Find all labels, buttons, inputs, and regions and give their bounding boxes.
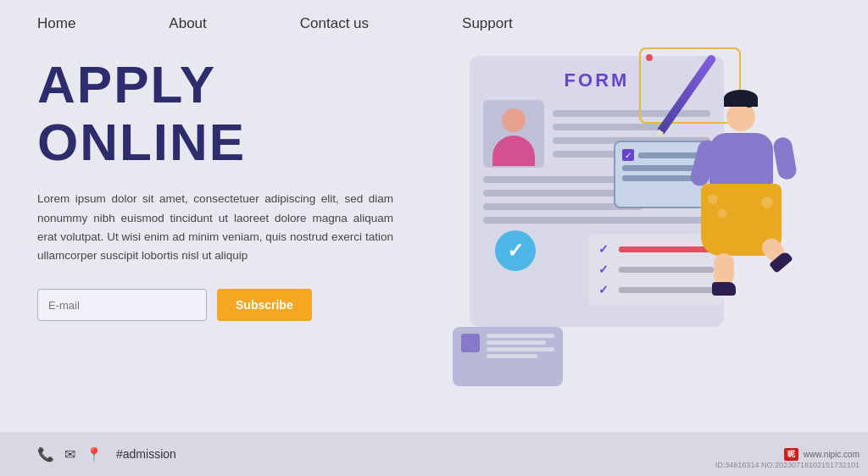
mini-lines xyxy=(487,334,554,358)
nav-support[interactable]: Support xyxy=(462,15,513,32)
arm-right xyxy=(771,136,797,180)
check-line xyxy=(619,267,714,273)
person-figure xyxy=(682,90,800,256)
footer-hashtag: #admission xyxy=(116,447,176,461)
leg-left xyxy=(714,253,734,285)
person-skirt xyxy=(701,184,782,256)
boot-left xyxy=(712,282,736,296)
boot-right xyxy=(768,250,793,273)
form-line xyxy=(553,124,663,130)
nipic-url: www.nipic.com xyxy=(804,450,860,459)
location-icon: 📍 xyxy=(86,446,103,462)
leg-right xyxy=(758,235,787,265)
photo-head xyxy=(502,108,526,132)
dot-red xyxy=(646,54,653,61)
check-line xyxy=(619,287,714,293)
hero-title: APPLY ONLINE xyxy=(37,56,427,171)
mini-line xyxy=(487,347,554,351)
main-content: APPLY ONLINE Lorem ipsum dolor sit amet,… xyxy=(0,47,868,437)
illustration-panel: FORM xyxy=(444,47,831,437)
nav-home[interactable]: Home xyxy=(37,15,75,32)
skirt-detail xyxy=(718,209,726,218)
nipic-badge: 昵 xyxy=(784,448,798,461)
person-torso xyxy=(709,133,773,188)
check-circle: ✓ xyxy=(495,230,536,271)
mini-line xyxy=(487,334,554,338)
mini-card xyxy=(453,327,563,386)
navigation: Home About Contact us Support xyxy=(0,0,868,47)
watermark: 昵 www.nipic.com ID:34816314 NO:202307181… xyxy=(715,448,860,469)
hero-description: Lorem ipsum dolor sit amet, consectetuer… xyxy=(37,190,393,265)
arm-left xyxy=(688,138,718,188)
check-icon: ✓ xyxy=(598,242,612,256)
check-icon: ✓ xyxy=(598,263,612,276)
laptop-check-icon: ✓ xyxy=(622,149,634,161)
form-photo xyxy=(483,100,544,168)
subscribe-row: Subscribe xyxy=(37,289,427,321)
person-hair xyxy=(724,90,758,107)
person-face xyxy=(726,102,755,131)
email-input[interactable] xyxy=(37,289,207,321)
photo-body xyxy=(492,136,535,166)
nav-contact[interactable]: Contact us xyxy=(300,15,369,32)
mini-block xyxy=(461,334,480,352)
mini-line xyxy=(487,340,546,345)
nipic-id: ID:34816314 NO:20230718102151732101 xyxy=(715,461,860,469)
footer-icons: 📞 ✉ 📍 xyxy=(37,446,103,462)
footer: 📞 ✉ 📍 #admission 昵 www.nipic.com ID:3481… xyxy=(0,432,868,476)
email-icon: ✉ xyxy=(64,446,75,462)
check-row: ✓ xyxy=(598,283,714,296)
mini-line xyxy=(487,354,537,358)
phone-icon: 📞 xyxy=(37,446,54,462)
window-dots xyxy=(646,54,734,61)
checkmark-icon: ✓ xyxy=(507,239,524,263)
nav-about[interactable]: About xyxy=(169,15,206,32)
skirt-detail xyxy=(708,194,718,204)
form-line xyxy=(483,217,710,224)
check-icon: ✓ xyxy=(598,283,612,296)
skirt-detail xyxy=(761,196,773,208)
left-panel: APPLY ONLINE Lorem ipsum dolor sit amet,… xyxy=(37,47,427,437)
check-row: ✓ xyxy=(598,263,714,276)
subscribe-button[interactable]: Subscribe xyxy=(217,289,312,321)
nipic-logo: 昵 www.nipic.com xyxy=(784,448,860,461)
